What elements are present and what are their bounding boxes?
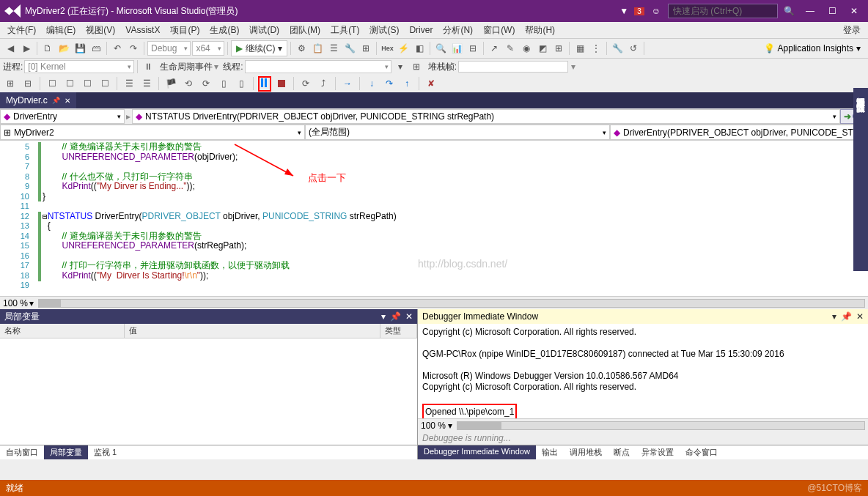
tb-icon[interactable]: 🔧 bbox=[342, 41, 357, 56]
quick-launch-input[interactable] bbox=[668, 4, 778, 18]
zoom-combo[interactable]: 100 % ▾ bbox=[421, 421, 452, 431]
flag-icon[interactable]: ▼ bbox=[619, 6, 628, 16]
menu-help[interactable]: 帮助(H) bbox=[521, 23, 559, 38]
tb-icon[interactable]: ⚙ bbox=[294, 41, 309, 56]
project-combo[interactable]: ⊞MyDriver2 bbox=[0, 125, 305, 140]
tb-icon[interactable]: ◩ bbox=[535, 41, 550, 56]
tab-exceptions[interactable]: 异常设置 bbox=[636, 445, 680, 459]
tb-icon[interactable]: ☰ bbox=[326, 41, 341, 56]
menu-window[interactable]: 窗口(W) bbox=[479, 23, 519, 38]
tb-icon[interactable]: ▾ bbox=[393, 59, 408, 74]
nav-member-combo[interactable]: ◆DriverEntry bbox=[0, 109, 125, 124]
tb-icon[interactable]: ▯ bbox=[234, 76, 249, 91]
menu-test[interactable]: 测试(S) bbox=[365, 23, 403, 38]
tb-icon[interactable]: 🔍 bbox=[433, 41, 448, 56]
nav-back-icon[interactable]: ◀ bbox=[3, 41, 18, 56]
tb-icon[interactable]: ◧ bbox=[412, 41, 427, 56]
menu-analyze[interactable]: 分析(N) bbox=[438, 23, 477, 38]
code-text[interactable]: // 避免编译器关于未引用参数的警告 UNREFERENCED_PARAMETE… bbox=[43, 141, 868, 296]
tab-close-icon[interactable]: ✕ bbox=[65, 97, 70, 105]
autohide-icon[interactable]: ▾ bbox=[832, 311, 836, 322]
tb-icon[interactable]: ⟲ bbox=[181, 76, 196, 91]
step-out-icon[interactable]: ↑ bbox=[400, 76, 414, 91]
close-icon[interactable]: ✕ bbox=[856, 311, 864, 322]
autohide-icon[interactable]: ▾ bbox=[381, 311, 386, 322]
tb-icon[interactable]: ✘ bbox=[424, 76, 438, 91]
tb-icon[interactable]: ↺ bbox=[626, 41, 641, 56]
tb-icon[interactable]: ⊟ bbox=[21, 76, 35, 91]
nav-signature[interactable]: ◆NTSTATUS DriverEntry(PDRIVER_OBJECT obj… bbox=[132, 109, 840, 124]
tb-icon[interactable]: ⊞ bbox=[3, 76, 18, 91]
scope-combo[interactable]: (全局范围) bbox=[305, 125, 610, 140]
platform-combo[interactable]: x64 bbox=[192, 41, 224, 56]
menu-team[interactable]: 团队(M) bbox=[285, 23, 325, 38]
tab-output[interactable]: 输出 bbox=[536, 445, 564, 459]
tb-icon[interactable]: ⊟ bbox=[466, 41, 480, 56]
minimize-button[interactable]: — bbox=[801, 3, 820, 19]
col-name[interactable]: 名称 bbox=[0, 324, 125, 338]
stackframe-input[interactable] bbox=[458, 61, 568, 73]
tb-icon[interactable]: ⊞ bbox=[551, 41, 566, 56]
zoom-combo[interactable]: 100 % ▾ bbox=[3, 298, 34, 308]
tb-icon[interactable]: ☐ bbox=[45, 76, 59, 91]
menu-edit[interactable]: 编辑(E) bbox=[42, 23, 80, 38]
tb-icon[interactable]: ⟳ bbox=[298, 76, 313, 91]
stop-button[interactable] bbox=[274, 76, 289, 91]
tb-icon[interactable]: ☰ bbox=[139, 76, 154, 91]
tb-icon[interactable]: ◉ bbox=[519, 41, 534, 56]
tb-icon[interactable]: 🔧 bbox=[610, 41, 625, 56]
tb-icon[interactable]: 📊 bbox=[449, 41, 464, 56]
function-combo[interactable]: ◆DriverEntry(PDRIVER_OBJECT objDriver, P… bbox=[610, 125, 868, 140]
col-value[interactable]: 值 bbox=[125, 324, 380, 338]
tab-cmdwin[interactable]: 命令窗口 bbox=[680, 445, 724, 459]
menu-file[interactable]: 文件(F) bbox=[3, 23, 40, 38]
feedback-icon[interactable]: ☺ bbox=[652, 6, 661, 16]
new-project-icon[interactable]: 🗋 bbox=[40, 41, 55, 56]
pause-button-highlighted[interactable] bbox=[258, 76, 271, 92]
pin-icon[interactable]: 📌 bbox=[52, 97, 60, 104]
debugger-output[interactable]: Copyright (c) Microsoft Corporation. All… bbox=[418, 324, 868, 418]
saveall-icon[interactable]: 🗃 bbox=[89, 41, 103, 56]
file-tab[interactable]: MyDrvier.c 📌 ✕ bbox=[0, 92, 76, 108]
menu-debug[interactable]: 调试(D) bbox=[245, 23, 284, 38]
code-editor[interactable]: 567 8910 111213 141516 171819 // 避免编译器关于… bbox=[0, 141, 868, 296]
step-over-icon[interactable]: ↷ bbox=[382, 76, 397, 91]
thread-combo[interactable] bbox=[245, 60, 391, 73]
tb-icon[interactable]: 📋 bbox=[310, 41, 325, 56]
tab-callstack[interactable]: 调用堆栈 bbox=[564, 445, 608, 459]
menu-build[interactable]: 生成(B) bbox=[205, 23, 243, 38]
tb-icon[interactable]: ↗ bbox=[487, 41, 501, 56]
tb-icon[interactable]: ▯ bbox=[216, 76, 231, 91]
tab-watch1[interactable]: 监视 1 bbox=[88, 445, 122, 459]
pause-small-icon[interactable]: ⏸ bbox=[141, 59, 155, 74]
tb-icon[interactable]: ⤴ bbox=[316, 76, 331, 91]
close-button[interactable]: ✕ bbox=[845, 3, 864, 19]
tb-icon[interactable]: ☐ bbox=[80, 76, 95, 91]
nav-fwd-icon[interactable]: ▶ bbox=[19, 41, 34, 56]
save-icon[interactable]: 💾 bbox=[73, 41, 87, 56]
login-link[interactable]: 登录 bbox=[839, 23, 865, 38]
locals-body[interactable] bbox=[0, 338, 417, 445]
pin-icon[interactable]: 📌 bbox=[390, 311, 401, 322]
config-combo[interactable]: Debug bbox=[147, 41, 191, 56]
hex-icon[interactable]: Hex bbox=[380, 41, 394, 56]
menu-project[interactable]: 项目(P) bbox=[166, 23, 204, 38]
tb-icon[interactable]: ⊞ bbox=[358, 41, 373, 56]
tb-icon[interactable]: ⋮ bbox=[589, 41, 603, 56]
maximize-button[interactable]: ☐ bbox=[823, 3, 842, 19]
close-icon[interactable]: ✕ bbox=[405, 311, 413, 322]
tb-icon[interactable]: ⚡ bbox=[396, 41, 411, 56]
pin-icon[interactable]: 📌 bbox=[841, 311, 852, 322]
tab-autowin[interactable]: 自动窗口 bbox=[0, 445, 44, 459]
process-combo[interactable]: [0] Kernel bbox=[24, 60, 134, 73]
tb-icon[interactable]: ⟳ bbox=[199, 76, 213, 91]
tab-breakpoints[interactable]: 断点 bbox=[608, 445, 636, 459]
tb-icon[interactable]: ⊞ bbox=[409, 59, 424, 74]
tab-diw[interactable]: Debugger Immediate Window bbox=[418, 445, 536, 459]
tb-icon[interactable]: ✎ bbox=[503, 41, 518, 56]
menu-driver[interactable]: Driver bbox=[405, 23, 437, 37]
menu-tools[interactable]: 工具(T) bbox=[326, 23, 364, 38]
tb-icon[interactable]: ▦ bbox=[573, 41, 587, 56]
tab-locals[interactable]: 局部变量 bbox=[44, 445, 88, 459]
notif-badge[interactable]: 3 bbox=[634, 7, 644, 15]
